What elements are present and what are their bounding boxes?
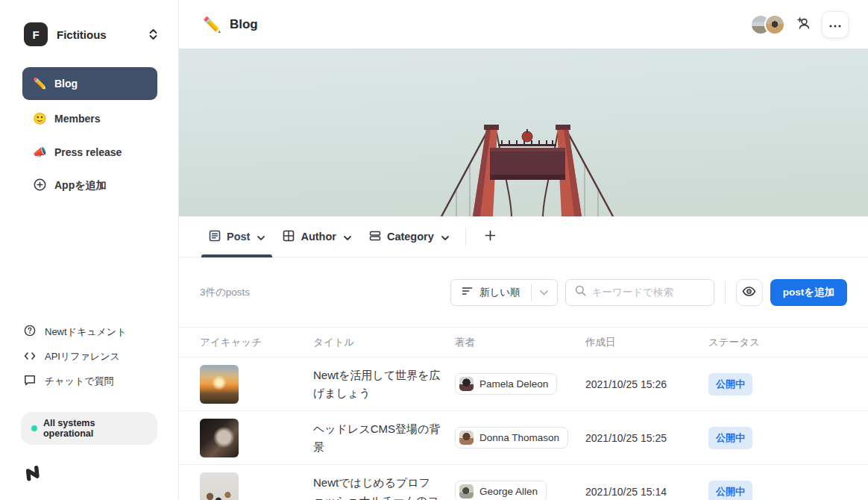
sidebar-item-label: Members <box>54 113 100 125</box>
search-box <box>565 279 714 306</box>
status-badge: 公開中 <box>708 427 752 449</box>
link-chat-support[interactable]: チャットで質問 <box>24 375 157 388</box>
sidebar-item-blog[interactable]: ✏️ Blog <box>22 67 157 100</box>
caret-down-icon <box>344 231 351 243</box>
author-chip: Donna Thomason <box>455 427 568 449</box>
sidebar-item-press-release[interactable]: 📣 Press release <box>22 137 157 167</box>
caret-down-icon <box>441 231 449 243</box>
chat-icon <box>24 375 36 388</box>
col-header-title: タイトル <box>313 336 455 349</box>
add-model-button[interactable] <box>478 224 503 249</box>
sort-label: 新しい順 <box>479 286 521 299</box>
sort-dropdown: 新しい順 <box>450 279 558 306</box>
post-thumbnail-tablet <box>200 419 239 457</box>
preview-button[interactable] <box>736 279 763 306</box>
search-input[interactable] <box>592 287 705 298</box>
status-cell: 公開中 <box>708 481 847 500</box>
author-avatar <box>459 484 474 499</box>
add-app-button[interactable]: Appを追加 <box>22 171 157 201</box>
post-list-icon <box>209 230 221 244</box>
page-title: Blog <box>230 17 258 32</box>
table-header-row: アイキャッチ タイトル 著者 作成日 ステータス <box>179 328 868 357</box>
tabs-divider <box>465 228 466 246</box>
page-title-wrap: ✏️ Blog <box>203 16 258 34</box>
app-window: F Fictitious ✏️ Blog 🙂 Members 📣 Press r… <box>0 0 868 500</box>
megaphone-emoji-icon: 📣 <box>33 146 46 159</box>
posts-count: 3件のposts <box>200 286 250 299</box>
tab-label: Post <box>227 231 250 243</box>
invite-member-button[interactable] <box>796 16 811 33</box>
add-app-label: Appを追加 <box>54 179 107 193</box>
author-name: George Allen <box>479 486 538 497</box>
toolbar-controls: 新しい順 <box>450 279 847 306</box>
created-date: 2021/10/25 15:25 <box>585 432 708 444</box>
avatar[interactable] <box>764 14 785 35</box>
author-avatar <box>459 431 474 445</box>
category-rows-icon <box>369 230 381 244</box>
sidebar-item-members[interactable]: 🙂 Members <box>22 104 157 134</box>
main-panel: ✏️ Blog <box>179 0 868 500</box>
col-header-author: 著者 <box>455 336 585 349</box>
person-add-icon <box>796 16 811 33</box>
workspace-name: Fictitious <box>57 28 137 41</box>
sort-button[interactable]: 新しい順 <box>451 280 531 305</box>
caret-down-icon <box>257 231 265 243</box>
status-badge: 公開中 <box>708 373 752 396</box>
author-name: Donna Thomason <box>479 432 559 443</box>
author-cell: George Allen <box>455 481 585 500</box>
sidebar: F Fictitious ✏️ Blog 🙂 Members 📣 Press r… <box>0 0 179 500</box>
app-header: ✏️ Blog <box>179 0 868 49</box>
sidebar-item-label: Press release <box>54 146 122 158</box>
table-row[interactable]: Newtではじめるプロフェッショナルチームのコ George Allen 202… <box>179 465 868 500</box>
system-status-pill[interactable]: All systems operational <box>21 412 157 445</box>
cover-image-bridge <box>179 49 868 216</box>
tab-category[interactable]: Category <box>360 216 458 257</box>
eyecatch-cell <box>200 419 313 457</box>
pencil-emoji-icon: ✏️ <box>203 16 221 34</box>
workspace-logo: F <box>24 22 48 46</box>
smiley-emoji-icon: 🙂 <box>33 112 46 125</box>
eye-icon <box>742 287 756 299</box>
status-badge: 公開中 <box>708 481 752 500</box>
chevron-down-icon <box>540 287 548 298</box>
col-header-status: ステータス <box>708 336 847 349</box>
sort-caret-button[interactable] <box>532 280 557 305</box>
list-toolbar: 3件のposts 新しい順 <box>179 257 868 327</box>
post-thumbnail-team <box>200 472 239 500</box>
link-api-reference[interactable]: APIリファレンス <box>24 350 157 363</box>
tab-post[interactable]: Post <box>200 216 274 257</box>
code-icon <box>24 351 36 363</box>
more-icon <box>829 19 841 30</box>
table-row[interactable]: Newtを活用して世界を広げましょう Pamela Deleon 2021/10… <box>179 357 868 411</box>
header-actions <box>750 11 849 38</box>
newt-logo <box>24 461 157 485</box>
pencil-emoji-icon: ✏️ <box>33 77 46 90</box>
add-circle-icon <box>33 178 46 193</box>
col-header-eyecatch: アイキャッチ <box>200 336 313 349</box>
post-title: ヘッドレスCMS登場の背景 <box>313 420 441 455</box>
model-tabs: Post Author Category <box>179 216 868 257</box>
workspace-switcher[interactable]: F Fictitious <box>0 0 178 46</box>
author-cell: Pamela Deleon <box>455 373 585 395</box>
post-title: Newtを活用して世界を広げましょう <box>313 366 441 401</box>
help-circle-icon <box>24 325 36 339</box>
col-header-created: 作成日 <box>585 336 708 349</box>
add-post-button[interactable]: postを追加 <box>770 279 847 306</box>
more-options-button[interactable] <box>822 11 849 38</box>
search-icon <box>575 285 586 299</box>
tab-author[interactable]: Author <box>274 216 360 257</box>
author-chip: George Allen <box>455 481 547 500</box>
link-newt-docs[interactable]: Newtドキュメント <box>24 325 157 339</box>
created-date: 2021/10/25 15:14 <box>585 486 708 498</box>
member-avatars[interactable] <box>750 14 785 35</box>
status-label: All systems operational <box>43 418 147 439</box>
sidebar-footer: Newtドキュメント APIリファレンス チャットで質問 All systems… <box>0 325 178 485</box>
posts-table: アイキャッチ タイトル 著者 作成日 ステータス Newtを活用して世界を広げま… <box>179 327 868 500</box>
link-label: APIリファレンス <box>45 350 120 363</box>
tab-label: Category <box>387 231 434 243</box>
post-thumbnail-sunset <box>200 365 239 404</box>
table-row[interactable]: ヘッドレスCMS登場の背景 Donna Thomason 2021/10/25 … <box>179 411 868 465</box>
tab-label: Author <box>301 231 336 243</box>
workspace-switcher-icon[interactable] <box>146 25 160 43</box>
plus-icon <box>485 230 496 243</box>
